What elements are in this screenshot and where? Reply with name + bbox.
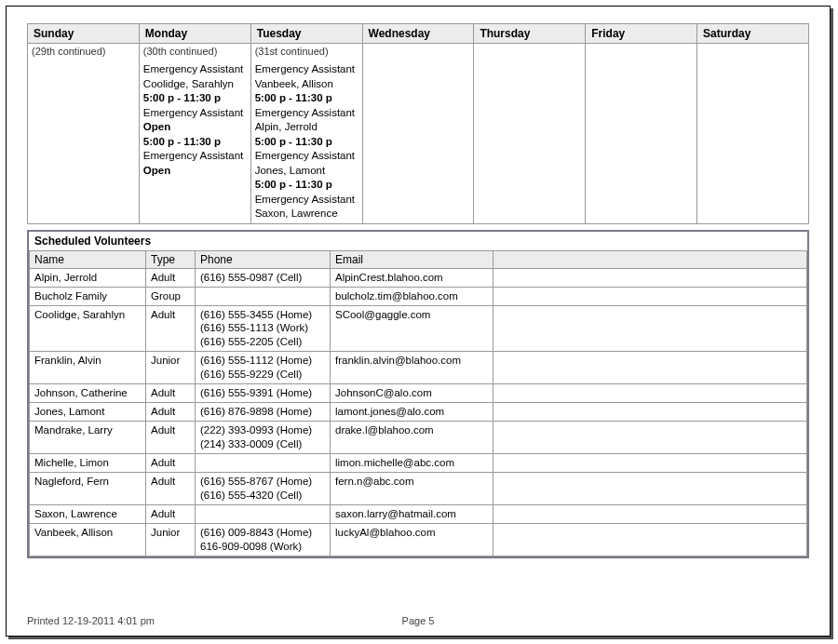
cell-name: Nagleford, Fern bbox=[30, 472, 146, 504]
cell-type: Adult bbox=[146, 472, 196, 504]
day-header: Sunday bbox=[28, 24, 140, 44]
cell-phone bbox=[196, 504, 331, 523]
cell-email: luckyAl@blahoo.com bbox=[331, 523, 493, 556]
table-row: Alpin, JerroldAdult(616) 555-0987 (Cell)… bbox=[30, 268, 807, 287]
day-header: Friday bbox=[586, 24, 697, 44]
cell-blank bbox=[493, 523, 807, 556]
cell-blank bbox=[493, 352, 807, 384]
schedule-line: Emergency Assistant bbox=[143, 62, 247, 77]
day-header: Thursday bbox=[474, 24, 586, 44]
cell-email: fern.n@abc.com bbox=[331, 472, 493, 504]
col-email: Email bbox=[331, 250, 493, 268]
cell-phone: (616) 555-8767 (Home)(616) 555-4320 (Cel… bbox=[196, 472, 331, 504]
schedule-line: 5:00 p - 11:30 p bbox=[255, 91, 358, 106]
cell-blank bbox=[493, 384, 807, 403]
table-row: Nagleford, FernAdult(616) 555-8767 (Home… bbox=[30, 472, 807, 504]
col-type: Type bbox=[146, 250, 196, 268]
volunteers-title: Scheduled Volunteers bbox=[29, 232, 807, 250]
schedule-line: Emergency Assistant bbox=[255, 193, 358, 208]
schedule-line: 5:00 p - 11:30 p bbox=[255, 178, 358, 193]
cell-name: Mandrake, Larry bbox=[30, 422, 146, 454]
cell-email: SCool@gaggle.com bbox=[331, 305, 493, 352]
cell-phone bbox=[196, 453, 331, 472]
cell-blank bbox=[493, 422, 807, 454]
cell-type: Junior bbox=[146, 352, 196, 384]
cell-blank bbox=[493, 504, 807, 523]
cell-email: AlpinCrest.blahoo.com bbox=[331, 268, 493, 287]
cell-name: Michelle, Limon bbox=[30, 453, 146, 472]
date-continued: (31st continued) bbox=[255, 46, 358, 57]
cell-blank bbox=[493, 305, 807, 352]
table-row: Johnson, CatherineAdult(616) 555-9391 (H… bbox=[30, 384, 807, 403]
schedule-line: Saxon, Lawrence bbox=[255, 207, 358, 221]
day-cell bbox=[697, 44, 809, 224]
cell-blank bbox=[493, 268, 807, 287]
cell-email: bulcholz.tim@blahoo.com bbox=[331, 287, 493, 305]
report-page: Sunday Monday Tuesday Wednesday Thursday… bbox=[6, 6, 831, 637]
cell-email: lamont.jones@alo.com bbox=[331, 403, 493, 422]
cell-phone: (616) 555-1112 (Home)(616) 555-9229 (Cel… bbox=[196, 352, 331, 384]
cell-phone: (222) 393-0993 (Home)(214) 333-0009 (Cel… bbox=[196, 422, 331, 454]
schedule-line: 5:00 p - 11:30 p bbox=[143, 91, 247, 106]
cell-phone: (616) 555-0987 (Cell) bbox=[196, 268, 331, 287]
cell-type: Adult bbox=[146, 403, 196, 422]
cell-blank bbox=[493, 472, 807, 504]
table-row: Saxon, LawrenceAdultsaxon.larry@hatmail.… bbox=[30, 504, 807, 523]
table-row: Franklin, AlvinJunior(616) 555-1112 (Hom… bbox=[30, 352, 807, 384]
page-footer: Printed 12-19-2011 4:01 pm Page 5 bbox=[27, 615, 809, 626]
cell-email: saxon.larry@hatmail.com bbox=[331, 504, 493, 523]
day-header: Tuesday bbox=[250, 24, 362, 44]
cell-blank bbox=[493, 403, 807, 422]
schedule-line: Emergency Assistant bbox=[143, 149, 247, 164]
volunteers-table: Name Type Phone Email Alpin, JerroldAdul… bbox=[29, 250, 807, 557]
cell-name: Jones, Lamont bbox=[30, 403, 146, 422]
schedule-line: 5:00 p - 11:30 p bbox=[255, 135, 358, 150]
schedule-line: Jones, Lamont bbox=[255, 164, 358, 179]
schedule-line: Emergency Assistant bbox=[255, 106, 358, 121]
cell-name: Saxon, Lawrence bbox=[30, 504, 146, 523]
page-number: Page 5 bbox=[402, 615, 435, 626]
cell-email: JohnsonC@alo.com bbox=[331, 384, 493, 403]
cell-phone: (616) 009-8843 (Home)616-909-0098 (Work) bbox=[196, 523, 331, 556]
week-calendar: Sunday Monday Tuesday Wednesday Thursday… bbox=[27, 23, 809, 224]
day-header: Saturday bbox=[697, 24, 809, 44]
cell-type: Adult bbox=[146, 504, 196, 523]
table-row: Mandrake, LarryAdult(222) 393-0993 (Home… bbox=[30, 422, 807, 454]
cell-blank bbox=[493, 287, 807, 305]
cell-phone: (616) 555-3455 (Home)(616) 555-1113 (Wor… bbox=[196, 305, 331, 352]
cell-name: Bucholz Family bbox=[30, 287, 146, 305]
schedule-line: Emergency Assistant bbox=[143, 106, 247, 121]
cell-name: Vanbeek, Allison bbox=[30, 523, 146, 556]
schedule-line: Emergency Assistant bbox=[255, 149, 358, 164]
cell-name: Coolidge, Sarahlyn bbox=[30, 305, 146, 352]
col-name: Name bbox=[30, 250, 146, 268]
cell-phone: (616) 876-9898 (Home) bbox=[196, 403, 331, 422]
day-entries: Emergency AssistantVanbeek, Allison5:00 … bbox=[255, 62, 358, 221]
day-header: Monday bbox=[139, 24, 250, 44]
schedule-line: Alpin, Jerrold bbox=[255, 120, 358, 135]
volunteers-section: Scheduled Volunteers Name Type Phone Ema… bbox=[27, 230, 809, 558]
cell-email: franklin.alvin@blahoo.com bbox=[331, 352, 493, 384]
day-header: Wednesday bbox=[362, 24, 474, 44]
table-row: Vanbeek, AllisonJunior(616) 009-8843 (Ho… bbox=[30, 523, 807, 556]
cell-type: Adult bbox=[146, 268, 196, 287]
cell-type: Junior bbox=[146, 523, 196, 556]
cell-email: drake.l@blahoo.com bbox=[331, 422, 493, 454]
table-row: Bucholz FamilyGroupbulcholz.tim@blahoo.c… bbox=[30, 287, 807, 305]
cell-email: limon.michelle@abc.com bbox=[331, 453, 493, 472]
day-cell bbox=[474, 44, 586, 224]
day-cell: (30th continued)Emergency AssistantCooli… bbox=[139, 44, 250, 224]
col-blank bbox=[493, 250, 807, 268]
cell-name: Johnson, Catherine bbox=[30, 384, 146, 403]
cell-phone: (616) 555-9391 (Home) bbox=[196, 384, 331, 403]
day-cell bbox=[362, 44, 474, 224]
schedule-line: Open bbox=[143, 120, 247, 135]
date-continued: (30th continued) bbox=[143, 46, 247, 57]
col-phone: Phone bbox=[196, 250, 331, 268]
cell-blank bbox=[493, 453, 807, 472]
day-cell: (31st continued)Emergency AssistantVanbe… bbox=[250, 44, 362, 224]
day-cell bbox=[586, 44, 697, 224]
cell-type: Adult bbox=[146, 305, 196, 352]
cell-name: Franklin, Alvin bbox=[30, 352, 146, 384]
day-entries: Emergency AssistantCoolidge, Sarahlyn5:0… bbox=[143, 62, 247, 178]
